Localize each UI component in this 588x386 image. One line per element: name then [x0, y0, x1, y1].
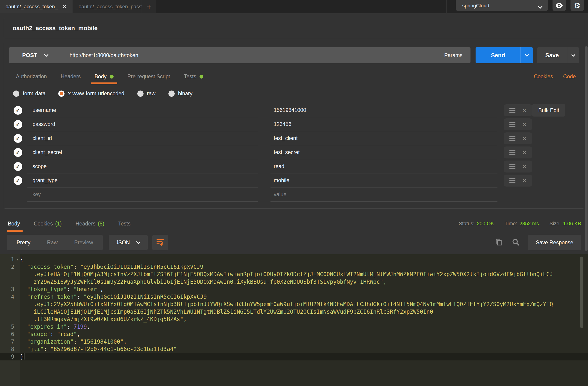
- save-button[interactable]: Save: [537, 47, 567, 63]
- drag-handle-icon[interactable]: [509, 122, 515, 127]
- key-input[interactable]: client_secret: [27, 145, 258, 159]
- environment-selector[interactable]: springCloud: [456, 0, 548, 11]
- row-checkbox[interactable]: ✓: [14, 148, 22, 157]
- token: ,: [100, 286, 104, 292]
- body-mode-x-www-form-urlencoded[interactable]: x-www-form-urlencoded: [58, 91, 124, 97]
- response-tab-label: Tests: [118, 221, 131, 227]
- save-options-button[interactable]: [567, 47, 579, 63]
- drag-handle-icon[interactable]: [509, 136, 515, 141]
- row-checkbox[interactable]: ✓: [14, 134, 22, 143]
- tab-authorization[interactable]: Authorization: [9, 69, 54, 84]
- token: ,: [124, 339, 127, 345]
- value-input[interactable]: test_client: [271, 131, 497, 145]
- time-label: Time:: [504, 221, 517, 227]
- key-input[interactable]: key: [27, 187, 258, 202]
- tab-headers[interactable]: Headers: [54, 69, 87, 84]
- line-number: 4: [0, 293, 20, 301]
- fold-caret-icon[interactable]: ▾: [14, 256, 20, 263]
- body-mode-raw[interactable]: raw: [137, 91, 156, 97]
- close-icon[interactable]: ✕: [62, 4, 67, 10]
- params-button[interactable]: Params: [436, 47, 470, 63]
- response-tab-label: Headers: [76, 221, 96, 227]
- value-input[interactable]: read: [271, 159, 497, 173]
- form-row: ✓client_secrettest_secret×: [4, 145, 584, 159]
- save-response-button[interactable]: Save Response: [528, 235, 581, 250]
- line-number: 2: [0, 263, 20, 271]
- form-row: ✓scoperead×: [4, 159, 584, 173]
- chevron-down-icon: [136, 241, 141, 244]
- settings-button[interactable]: ⚙: [570, 0, 584, 11]
- token: "token_type": [20, 286, 67, 292]
- value-input[interactable]: mobile: [271, 173, 497, 187]
- delete-row-icon[interactable]: ×: [522, 149, 526, 156]
- code-line: 4 "refresh_token": "eyJhbGciOiJIUzI1NiIs…: [0, 293, 588, 301]
- search-button[interactable]: [511, 238, 520, 247]
- view-preview[interactable]: Preview: [66, 240, 101, 246]
- wrap-lines-button[interactable]: [152, 235, 168, 250]
- view-pretty[interactable]: Pretty: [8, 240, 39, 246]
- method-label: POST: [22, 52, 37, 59]
- delete-row-icon[interactable]: ×: [522, 107, 526, 114]
- key-input[interactable]: password: [27, 117, 258, 131]
- code-link[interactable]: Code: [563, 73, 576, 80]
- value-input[interactable]: 123456: [271, 117, 497, 131]
- tab-body[interactable]: Body: [87, 69, 120, 84]
- method-dropdown[interactable]: POST: [9, 47, 62, 63]
- row-checkbox[interactable]: ✓: [14, 162, 22, 171]
- drag-handle-icon[interactable]: [509, 164, 515, 169]
- body-mode-binary[interactable]: binary: [168, 91, 193, 97]
- row-checkbox[interactable]: ✓: [14, 120, 22, 129]
- radio-icon: [13, 91, 19, 97]
- delete-row-icon[interactable]: ×: [522, 163, 526, 170]
- delete-row-icon[interactable]: ×: [522, 177, 526, 184]
- token: "expires_in": [20, 324, 67, 330]
- cookies-link[interactable]: Cookies: [534, 73, 553, 80]
- drag-handle-icon[interactable]: [509, 108, 515, 113]
- view-raw[interactable]: Raw: [39, 240, 66, 246]
- code-line: 5 "expires_in": 7199,: [0, 323, 588, 331]
- row-checkbox[interactable]: ✓: [14, 176, 22, 185]
- drag-handle-icon[interactable]: [509, 178, 515, 183]
- value-input[interactable]: 15619841000: [271, 103, 497, 117]
- response-tab-headers[interactable]: Headers(8): [69, 216, 111, 232]
- line-number-text: 3: [11, 285, 14, 293]
- format-dropdown[interactable]: JSON: [109, 235, 148, 250]
- body-mode-form-data[interactable]: form-data: [13, 91, 45, 97]
- key-input[interactable]: scope: [27, 159, 258, 173]
- response-tab-tests[interactable]: Tests: [111, 216, 138, 232]
- value-input[interactable]: test_secret: [271, 145, 497, 159]
- request-tab-2[interactable]: oauth2_access_token_passv: [73, 0, 142, 13]
- code-text: "refresh_token": "eyJhbGciOiJIUzI1NiIsIn…: [20, 293, 207, 301]
- code-scrollbar[interactable]: [580, 257, 583, 328]
- request-tab-1[interactable]: oauth2_access_token_ ✕: [0, 0, 73, 13]
- response-meta: Status:200 OK Time:2352 ms Size:1.06 KB: [459, 221, 581, 227]
- delete-row-icon[interactable]: ×: [522, 121, 526, 128]
- key-input[interactable]: client_id: [27, 131, 258, 145]
- checkbox-column: ✓: [4, 176, 27, 185]
- token: .tf3MRmqavA7mjZXl9w0ZkLxed6UZkrkZ_4KDjg5…: [20, 316, 187, 323]
- tab-pre-request-script[interactable]: Pre-request Script: [121, 69, 177, 84]
- urlencoded-editor: ✓username15619841000×✓password123456×✓cl…: [4, 100, 584, 208]
- send-button[interactable]: Send: [476, 47, 521, 63]
- line-number: 7: [0, 338, 20, 346]
- copy-button[interactable]: [494, 238, 503, 247]
- send-options-button[interactable]: [521, 47, 533, 63]
- token: "read": [57, 331, 77, 337]
- new-tab-button[interactable]: +: [142, 0, 156, 13]
- row-checkbox[interactable]: ✓: [14, 106, 22, 115]
- key-input[interactable]: username: [27, 103, 258, 117]
- request-name-panel: oauth2_access_token_mobile: [4, 18, 584, 38]
- tab-tests[interactable]: Tests: [177, 69, 210, 84]
- value-input[interactable]: value: [271, 187, 497, 202]
- response-tab-cookies[interactable]: Cookies(1): [27, 216, 68, 232]
- response-body-viewer[interactable]: 1▾{2 "access_token": "eyJhbGciOiJIUzI1Ni…: [0, 254, 588, 386]
- response-tab-body[interactable]: Body: [7, 216, 27, 232]
- code-text: }: [20, 353, 24, 361]
- url-input[interactable]: http://host1:8000/oauth/token: [62, 47, 436, 63]
- key-input[interactable]: grant_type: [27, 173, 258, 187]
- drag-handle-icon[interactable]: [509, 150, 515, 155]
- environment-quicklook-button[interactable]: [552, 0, 566, 11]
- delete-row-icon[interactable]: ×: [522, 135, 526, 142]
- page-scrollbar[interactable]: [585, 46, 588, 251]
- bulk-edit-button[interactable]: Bulk Edit: [532, 104, 565, 117]
